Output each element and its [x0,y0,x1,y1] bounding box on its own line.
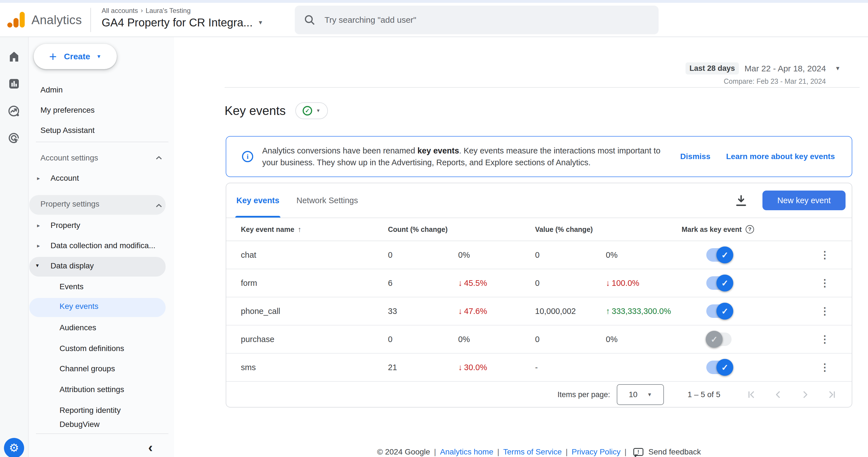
tab-network-settings[interactable]: Network Settings [297,183,358,218]
sidebar-divider [36,433,168,434]
key-event-name-cell: sms [241,363,388,372]
chevron-up-icon[interactable] [156,203,162,208]
advertising-icon[interactable] [7,105,21,118]
sidebar-item-admin[interactable]: Admin [40,84,63,95]
admin-gear-button[interactable] [4,438,24,457]
analytics-home-link[interactable]: Analytics home [440,448,493,456]
ga4-admin-app: Analytics All accounts Laura's Testing G… [0,0,868,457]
sidebar-item-data-display[interactable]: Data display [29,257,166,277]
learn-more-link[interactable]: Learn more about key events [726,152,835,161]
breadcrumb-account-name[interactable]: Laura's Testing [146,7,191,15]
column-key-event-name[interactable]: Key event name [241,225,388,234]
row-menu-button[interactable] [820,249,830,261]
section-account-settings[interactable]: Account settings [40,152,98,164]
toggle-thumb-check-icon [706,331,722,348]
pagination-bar: Items per page: 10 1 – 5 of 5 [226,382,852,407]
count-cell: 33 [388,307,458,316]
download-icon[interactable] [734,193,748,208]
new-key-event-button[interactable]: New key event [763,191,845,210]
pagination-range: 1 – 5 of 5 [687,390,720,399]
page-size-select[interactable]: 10 [617,384,664,405]
previous-page-icon[interactable] [773,390,783,400]
sidebar-item-events[interactable]: Events [60,281,84,292]
date-range-picker[interactable]: Last 28 days Mar 22 - Apr 18, 2024 Compa… [685,62,840,85]
chevron-up-icon[interactable] [156,156,162,160]
first-page-icon[interactable] [746,390,756,400]
explore-icon[interactable] [7,132,21,145]
row-menu-button[interactable] [820,277,830,289]
app-name: Analytics [31,13,82,27]
nav-rail [0,37,29,457]
sidebar-item-audiences[interactable]: Audiences [60,322,96,333]
terms-of-service-link[interactable]: Terms of Service [503,448,562,456]
create-button-label: Create [64,52,90,61]
sidebar-item-setup-assistant[interactable]: Setup Assistant [40,125,95,136]
value-cell: 10,000,002 [535,307,606,316]
create-button[interactable]: Create [34,44,117,69]
sidebar-item-label: Key events [60,302,98,311]
breadcrumb[interactable]: All accounts Laura's Testing [102,7,191,15]
column-value: Value (% change) [535,225,682,233]
toggle-thumb-check-icon [716,303,733,320]
sidebar-item-my-preferences[interactable]: My preferences [40,105,95,116]
collapse-sidebar-icon[interactable] [148,439,153,455]
key-event-toggle[interactable] [706,359,733,376]
gear-icon [9,442,19,454]
expand-arrow-icon[interactable] [37,221,40,230]
sidebar-item-attribution-settings[interactable]: Attribution settings [60,384,124,395]
toggle-thumb-check-icon [716,247,733,263]
search-bar[interactable] [295,6,658,34]
table-row: sms 21 30.0% - [226,353,852,382]
sidebar-item-channel-groups[interactable]: Channel groups [60,363,115,374]
page-title: Key events [224,104,286,118]
last-page-icon[interactable] [827,390,837,400]
key-event-toggle[interactable] [706,303,733,320]
value-cell: - [535,363,606,372]
copyright: © 2024 Google [377,448,430,456]
row-menu-button[interactable] [820,362,830,373]
row-menu-button[interactable] [820,333,830,345]
sidebar-item-data-collection[interactable]: Data collection and modifica... [51,240,156,251]
dropdown-arrow-icon [96,54,101,60]
key-event-toggle[interactable] [706,331,733,348]
dismiss-button[interactable]: Dismiss [680,152,710,161]
toggle-thumb-check-icon [716,275,733,291]
sidebar-item-property[interactable]: Property [51,220,80,231]
table-row: purchase 0 0% 0 0% [226,325,852,353]
value-cell: 0 [535,250,606,260]
info-banner: Analytics conversions have been renamed … [226,136,852,177]
count-change-cell: 30.0% [458,363,535,372]
count-change-cell: 45.5% [458,278,535,288]
sidebar-item-key-events-active[interactable]: Key events [29,298,166,317]
sidebar-item-custom-definitions[interactable]: Custom definitions [60,343,124,354]
home-icon[interactable] [7,50,21,63]
table-row: phone_call 33 47.6% 10,000,002 333,333,3… [226,297,852,325]
sidebar-item-reporting-identity[interactable]: Reporting identity [60,405,121,416]
data-quality-badge[interactable] [295,102,328,119]
help-icon[interactable] [746,225,754,233]
tab-key-events[interactable]: Key events [236,183,279,218]
page-footer: © 2024 Google | Analytics home | Terms o… [226,448,852,456]
property-switcher[interactable]: GA4 Property for CR Integra... [102,16,263,29]
row-menu-button[interactable] [820,305,830,317]
column-label: Key event name [241,225,294,233]
section-property-settings[interactable]: Property settings [29,195,166,215]
key-event-toggle[interactable] [706,275,733,291]
send-feedback-link[interactable]: Send feedback [649,448,701,456]
privacy-policy-link[interactable]: Privacy Policy [571,448,620,456]
search-input[interactable] [323,15,649,25]
property-name[interactable]: GA4 Property for CR Integra... [102,16,253,29]
expand-arrow-icon[interactable] [37,174,40,183]
sidebar-divider [36,142,168,142]
value-cell: 0 [535,279,606,288]
value-change-cell: 100.0% [606,278,682,288]
sidebar-item-debugview[interactable]: DebugView [60,419,100,430]
key-event-name-cell: phone_call [241,307,388,316]
google-analytics-logo-icon [7,12,25,28]
breadcrumb-all-accounts[interactable]: All accounts [102,7,138,15]
next-page-icon[interactable] [800,390,810,400]
reports-icon[interactable] [7,77,21,90]
key-event-toggle[interactable] [706,247,733,263]
sidebar-item-account[interactable]: Account [51,173,79,184]
expand-arrow-icon[interactable] [37,241,40,250]
